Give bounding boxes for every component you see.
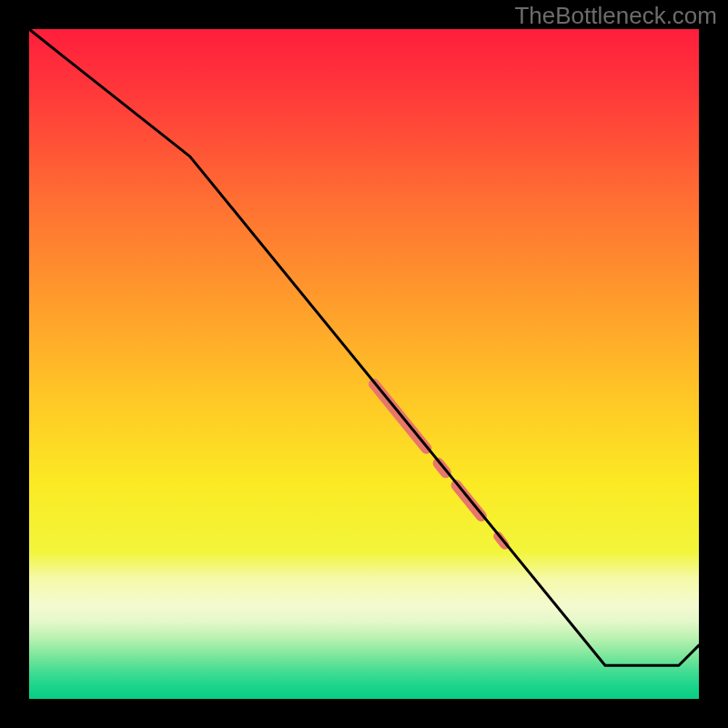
chart-container: TheBottleneck.com bbox=[0, 0, 728, 728]
bottleneck-chart bbox=[0, 0, 728, 728]
plot-background bbox=[29, 29, 699, 699]
watermark-label: TheBottleneck.com bbox=[514, 2, 717, 30]
